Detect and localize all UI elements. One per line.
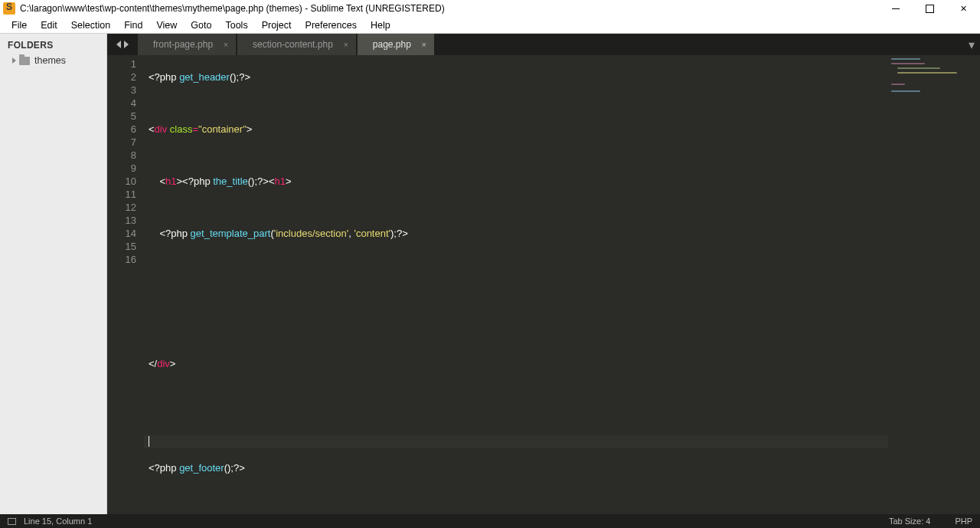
menu-goto[interactable]: Goto — [184, 18, 218, 32]
app-icon — [3, 2, 15, 15]
menu-view[interactable]: View — [149, 18, 184, 32]
panel-switcher-icon[interactable] — [8, 518, 16, 525]
title-bar: C:\laragon\www\test\wp-content\themes\my… — [0, 0, 980, 17]
nav-prev-icon — [116, 41, 121, 48]
tab-close-icon[interactable]: × — [224, 40, 228, 49]
line-gutter: 12345678910111213141516 — [107, 55, 144, 514]
expand-arrow-icon — [12, 57, 16, 64]
tab-section-content[interactable]: section-content.php × — [237, 34, 356, 55]
menu-edit[interactable]: Edit — [34, 18, 64, 32]
tab-page[interactable]: page.php × — [358, 34, 434, 55]
status-tab-size[interactable]: Tab Size: 4 — [889, 517, 930, 526]
folders-header: FOLDERS — [0, 34, 106, 54]
close-button[interactable] — [946, 0, 980, 17]
maximize-button[interactable] — [913, 0, 946, 17]
nav-next-icon — [124, 41, 129, 48]
menu-help[interactable]: Help — [364, 18, 397, 32]
code-content[interactable]: <?php get_header();?> <div class="contai… — [144, 55, 888, 514]
minimize-button[interactable] — [879, 0, 913, 17]
folder-icon — [19, 57, 30, 65]
tab-label: section-content.php — [253, 39, 333, 50]
minimap[interactable] — [888, 55, 980, 514]
menu-find[interactable]: Find — [117, 18, 149, 32]
tab-label: page.php — [373, 39, 411, 50]
tab-close-icon[interactable]: × — [421, 40, 426, 49]
status-bar: Line 15, Column 1 Tab Size: 4 PHP — [0, 514, 980, 528]
menu-file[interactable]: File — [5, 18, 34, 32]
menu-selection[interactable]: Selection — [64, 18, 117, 32]
menu-project[interactable]: Project — [255, 18, 299, 32]
menu-tools[interactable]: Tools — [218, 18, 254, 32]
text-cursor — [149, 436, 149, 447]
menu-bar: File Edit Selection Find View Goto Tools… — [0, 17, 980, 34]
status-position[interactable]: Line 15, Column 1 — [24, 517, 92, 526]
tab-close-icon[interactable]: × — [343, 40, 348, 49]
tab-bar: front-page.php × section-content.php × p… — [107, 34, 980, 55]
tab-front-page[interactable]: front-page.php × — [138, 34, 236, 55]
status-language[interactable]: PHP — [955, 517, 972, 526]
sidebar-item-label: themes — [34, 55, 66, 66]
tab-overflow-button[interactable] — [963, 34, 980, 55]
window-title: C:\laragon\www\test\wp-content\themes\my… — [20, 3, 879, 14]
tab-label: front-page.php — [153, 39, 213, 50]
sidebar-item-themes[interactable]: themes — [0, 54, 106, 67]
editor-area[interactable]: 12345678910111213141516 <?php get_header… — [107, 55, 980, 514]
menu-preferences[interactable]: Preferences — [299, 18, 364, 32]
tab-nav[interactable] — [107, 34, 138, 55]
sidebar: FOLDERS themes — [0, 34, 107, 514]
